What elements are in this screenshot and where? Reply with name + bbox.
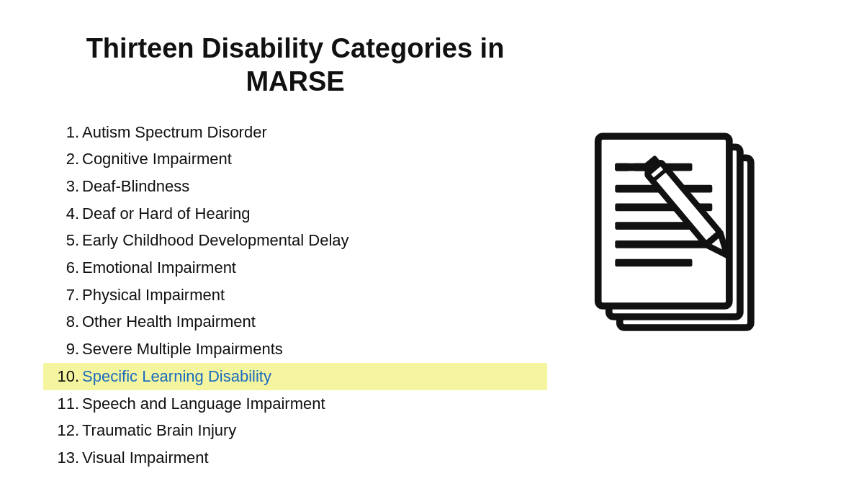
list-item: 12.Traumatic Brain Injury bbox=[43, 417, 547, 444]
page-container: Thirteen Disability Categories in MARSE … bbox=[0, 0, 864, 504]
svg-rect-10 bbox=[615, 240, 712, 248]
item-text: Physical Impairment bbox=[82, 284, 225, 306]
item-number: 9. bbox=[49, 338, 79, 360]
item-number: 2. bbox=[49, 148, 79, 170]
item-text: Other Health Impairment bbox=[82, 311, 256, 333]
item-number: 1. bbox=[49, 122, 79, 143]
item-number: 7. bbox=[49, 284, 79, 306]
item-text: Severe Multiple Impairments bbox=[82, 338, 283, 360]
list-item: 1.Autism Spectrum Disorder bbox=[43, 119, 547, 146]
svg-rect-4 bbox=[615, 163, 629, 171]
list-item: 4.Deaf or Hard of Hearing bbox=[43, 200, 547, 228]
item-text: Emotional Impairment bbox=[82, 257, 236, 279]
item-text: Early Childhood Developmental Delay bbox=[82, 230, 349, 251]
item-number: 5. bbox=[49, 230, 79, 251]
item-number: 4. bbox=[49, 203, 79, 225]
list-item: 8.Other Health Impairment bbox=[43, 308, 547, 336]
item-text: Traumatic Brain Injury bbox=[82, 420, 236, 441]
list-item: 11.Speech and Language Impairment bbox=[43, 390, 547, 418]
list-item: 10.Specific Learning Disability bbox=[43, 363, 547, 390]
item-text: Deaf or Hard of Hearing bbox=[82, 203, 251, 225]
item-number: 13. bbox=[49, 447, 79, 469]
item-number: 11. bbox=[49, 393, 79, 415]
item-text: Speech and Language Impairment bbox=[82, 393, 325, 415]
item-number: 12. bbox=[49, 420, 79, 441]
list-item: 3.Deaf-Blindness bbox=[43, 173, 547, 200]
item-text: Deaf-Blindness bbox=[82, 176, 189, 197]
list-item: 2.Cognitive Impairment bbox=[43, 145, 547, 173]
item-text: Specific Learning Disability bbox=[82, 366, 271, 387]
content-section: Thirteen Disability Categories in MARSE … bbox=[43, 32, 547, 471]
list-item: 9.Severe Multiple Impairments bbox=[43, 336, 547, 363]
document-writing-icon bbox=[590, 126, 806, 378]
item-number: 3. bbox=[49, 176, 79, 197]
item-number: 8. bbox=[49, 311, 79, 333]
item-text: Cognitive Impairment bbox=[82, 148, 232, 170]
item-text: Visual Impairment bbox=[82, 447, 209, 469]
list-item: 5.Early Childhood Developmental Delay bbox=[43, 227, 547, 254]
item-text: Autism Spectrum Disorder bbox=[82, 122, 267, 143]
item-number: 10. bbox=[49, 366, 79, 387]
page-title: Thirteen Disability Categories in MARSE bbox=[43, 32, 547, 98]
list-item: 7.Physical Impairment bbox=[43, 282, 547, 309]
svg-rect-11 bbox=[615, 259, 692, 267]
item-number: 6. bbox=[49, 257, 79, 279]
disability-list: 1.Autism Spectrum Disorder2.Cognitive Im… bbox=[43, 119, 547, 472]
list-item: 13.Visual Impairment bbox=[43, 444, 547, 472]
icon-section bbox=[576, 126, 821, 378]
list-item: 6.Emotional Impairment bbox=[43, 254, 547, 282]
